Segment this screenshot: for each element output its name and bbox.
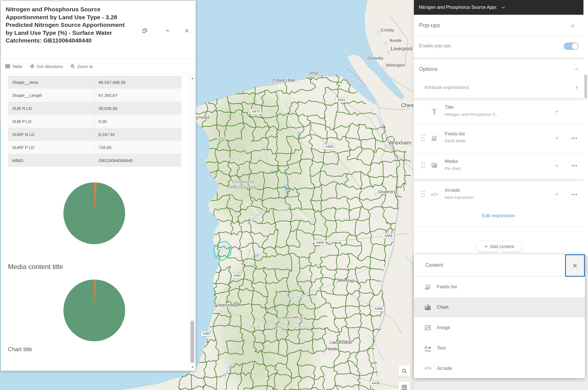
close-icon	[570, 24, 575, 28]
drag-handle[interactable]	[421, 162, 425, 169]
chevron-up-icon	[165, 29, 170, 33]
search-icon	[401, 368, 407, 374]
attribute-expressions-row[interactable]: Attribute expressions	[414, 78, 583, 98]
feature-popup: Nitrogen and Phosphorus Source Apportion…	[1, 1, 196, 371]
attribute-field-label: WBID	[8, 154, 95, 167]
attribute-field-value: 8,247.91	[95, 132, 115, 137]
content-menu-item-image[interactable]: Image	[414, 317, 585, 338]
options-section-header[interactable]: Options	[419, 66, 437, 72]
scroll-down-icon[interactable]: ▼	[189, 364, 196, 370]
close-content-menu-button[interactable]	[565, 254, 585, 277]
item-options-button[interactable]: •••	[572, 136, 578, 140]
layer-selector-label: Nitrogen and Phosphorus Source Apportion…	[419, 5, 497, 10]
content-menu-item-label: Chart	[437, 304, 449, 310]
chevron-down-icon[interactable]	[555, 136, 559, 140]
panel-scrollbar-thumb[interactable]	[584, 74, 587, 99]
fields-list-icon	[429, 133, 439, 143]
zoom-to-button[interactable]: Zoom to	[70, 64, 93, 69]
table-button[interactable]: Table	[5, 64, 22, 69]
close-icon	[572, 263, 578, 268]
pie-chart-media[interactable]	[63, 182, 125, 244]
get-directions-button[interactable]: Get directions	[30, 64, 63, 69]
chevron-down-icon[interactable]	[555, 109, 559, 114]
panel-title: Pop-ups	[419, 22, 440, 29]
panel-item-title: Title	[445, 105, 454, 110]
edit-expression-link[interactable]: Edit expression	[414, 213, 583, 219]
content-menu-item-fields-list[interactable]: Fields list	[414, 277, 585, 297]
chevron-down-icon[interactable]	[555, 163, 559, 168]
table-icon	[5, 64, 10, 69]
chevron-up-icon[interactable]	[574, 67, 579, 71]
attribute-field-label: SUB P LD	[8, 115, 95, 128]
dock-popup-button[interactable]	[142, 28, 148, 34]
image-icon	[424, 323, 432, 332]
attribute-field-value: 50,530.90	[95, 106, 117, 111]
drag-handle[interactable]	[421, 135, 425, 142]
popup-scrollbar[interactable]: ▲ ▼	[189, 74, 196, 371]
directions-icon	[30, 64, 35, 69]
attribute-field-value: GB110064048440	[95, 158, 133, 163]
popup-title: Nitrogen and Phosphorus Source Apportion…	[6, 5, 133, 44]
attribute-field-label: Shape__Area	[8, 76, 95, 89]
plus-icon: +	[485, 244, 488, 249]
map-basemap-button[interactable]	[399, 382, 410, 390]
attribute-row: SURF N LD8,247.91	[8, 128, 181, 141]
content-menu-item-chart[interactable]: Chart	[414, 297, 585, 317]
attribute-row: SURF P LD726.85	[8, 141, 181, 154]
chart-title: Chart title	[8, 346, 32, 353]
basemap-grid-icon	[401, 385, 407, 390]
attribute-field-value: 0.00	[95, 119, 107, 124]
attribute-field-label: SURF P LD	[8, 141, 95, 154]
attribute-field-value: 89,537,890.55	[95, 80, 126, 85]
panel-item-title[interactable]: TTitleNitrogen and Phosphorus S...	[414, 100, 583, 123]
panel-item-arcade[interactable]: </>ArcadeNew expression•••	[414, 182, 583, 207]
drag-handle[interactable]	[421, 191, 425, 198]
text-icon: A	[424, 344, 432, 352]
zoom-to-label: Zoom to	[77, 64, 93, 69]
map-search-button[interactable]	[399, 365, 410, 377]
media-content-title: Media content title	[8, 263, 63, 271]
panel-item-fields-list[interactable]: Fields list93/95 fields•••	[414, 123, 583, 153]
layer-selector-dropdown[interactable]: Nitrogen and Phosphorus Source Apportion…	[414, 0, 583, 15]
content-menu-header: Content	[414, 254, 585, 277]
chevron-right-icon	[574, 85, 579, 89]
panel-scrollbar[interactable]	[583, 0, 588, 255]
get-directions-label: Get directions	[37, 64, 63, 69]
popup-scrollbar-thumb[interactable]	[191, 321, 194, 363]
chevron-up-icon[interactable]	[555, 192, 559, 197]
add-content-label: Add content	[490, 244, 514, 249]
arcade-icon: </>	[429, 190, 439, 199]
scroll-up-icon[interactable]: ▲	[189, 75, 196, 81]
content-menu-item-label: Arcade	[437, 366, 452, 371]
pie-chart-arcade[interactable]	[63, 280, 125, 341]
panel-item-title: Fields list	[445, 131, 465, 137]
fields-list-icon	[424, 283, 432, 291]
attribute-row: SUB P LD0.00	[8, 115, 181, 128]
chart-icon	[424, 303, 432, 312]
panel-item-subtitle: 93/95 fields	[445, 139, 466, 143]
content-menu-item-text[interactable]: AText	[414, 338, 585, 358]
close-panel-button[interactable]	[570, 23, 576, 29]
attribute-expressions-label: Attribute expressions	[424, 85, 469, 90]
enable-popups-label: Enable pop-ups	[419, 43, 451, 48]
zoom-to-icon	[70, 64, 75, 69]
item-options-button[interactable]: •••	[572, 192, 578, 197]
attribute-field-value: 67,392.67	[95, 93, 117, 98]
chevron-down-icon	[501, 5, 579, 9]
collapse-popup-button[interactable]	[164, 28, 171, 34]
attribute-field-value: 726.85	[95, 145, 112, 150]
panel-item-subtitle: New expression	[445, 195, 474, 200]
item-options-button[interactable]: •••	[572, 163, 578, 168]
content-menu-item-label: Text	[437, 345, 446, 351]
close-popup-button[interactable]	[184, 28, 190, 34]
title-icon: T	[429, 107, 439, 116]
content-menu-item-label: Fields list	[437, 284, 457, 290]
app-stage: CrosbyBootleLiverpoolGreasbyBebingtonRhy…	[0, 0, 588, 390]
panel-item-media[interactable]: MediaPie chart•••	[414, 153, 583, 178]
content-menu-item-arcade[interactable]: </>Arcade	[414, 358, 585, 379]
arcade-icon: </>	[424, 364, 432, 373]
panel-item-subtitle: Nitrogen and Phosphorus S...	[445, 112, 499, 117]
close-icon	[185, 29, 189, 33]
enable-popups-toggle[interactable]	[564, 42, 579, 50]
panel-item-title: Media	[445, 159, 458, 164]
